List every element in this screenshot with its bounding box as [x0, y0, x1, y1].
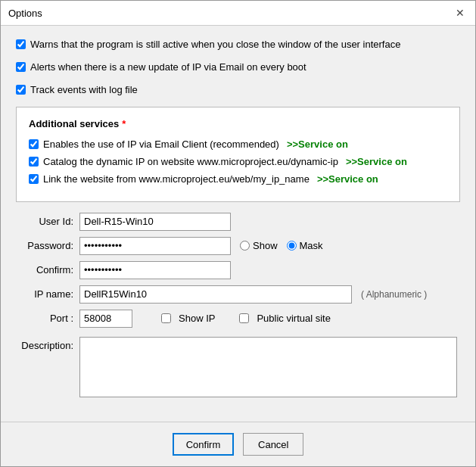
- ip-name-label: IP name:: [19, 288, 73, 300]
- description-label: Description:: [19, 337, 73, 351]
- service2-status: >>Service on: [346, 156, 407, 167]
- show-ip-group: Show IP: [161, 313, 215, 324]
- service2-checkbox[interactable]: [29, 157, 39, 167]
- additional-services-label: Additional services: [29, 118, 119, 129]
- ip-name-input[interactable]: [79, 285, 352, 304]
- ip-name-hint: ( Alphanumeric ): [361, 289, 427, 300]
- service3-label: Link the website from www.microproject.e…: [43, 173, 310, 185]
- cancel-button[interactable]: Cancel: [243, 433, 303, 456]
- warn-active-row: Warns that the program is still active w…: [16, 38, 460, 51]
- additional-services-box: Additional services * Enables the use of…: [16, 107, 460, 202]
- alert-update-row: Alerts when there is a new update of IP …: [16, 61, 460, 74]
- close-button[interactable]: ✕: [453, 5, 468, 20]
- required-star: *: [122, 118, 126, 129]
- service1-checkbox[interactable]: [29, 139, 39, 149]
- alert-update-label: Alerts when there is a new update of IP …: [30, 61, 306, 74]
- description-textarea[interactable]: [79, 337, 457, 397]
- show-label: Show: [253, 240, 278, 251]
- show-radio[interactable]: [240, 241, 250, 251]
- user-id-row: User Id:: [19, 213, 457, 231]
- show-radio-label[interactable]: Show: [240, 240, 278, 251]
- service-row-3: Link the website from www.microproject.e…: [29, 173, 447, 185]
- password-label: Password:: [19, 240, 73, 251]
- password-input[interactable]: [79, 237, 231, 255]
- service-row-2: Catalog the dynamic IP on website www.mi…: [29, 156, 447, 167]
- service3-status: >>Service on: [317, 173, 378, 185]
- warn-active-label: Warns that the program is still active w…: [30, 38, 400, 51]
- port-label: Port :: [19, 313, 73, 324]
- service3-checkbox[interactable]: [29, 174, 39, 184]
- track-events-label: Track events with log file: [30, 83, 138, 97]
- service1-status: >>Service on: [287, 139, 348, 150]
- mask-radio[interactable]: [287, 241, 297, 251]
- service2-label: Catalog the dynamic IP on website www.mi…: [43, 156, 338, 167]
- button-bar: Confirm Cancel: [1, 422, 475, 466]
- window-title: Options: [8, 8, 42, 19]
- password-radio-group: Show Mask: [240, 240, 323, 251]
- service1-label: Enables the use of IP via Email Client (…: [43, 139, 279, 150]
- public-virtual-site-label: Public virtual site: [257, 313, 331, 324]
- title-bar: Options ✕: [1, 1, 475, 26]
- mask-radio-label[interactable]: Mask: [287, 240, 323, 251]
- public-virtual-site-checkbox[interactable]: [239, 313, 249, 323]
- show-ip-checkbox[interactable]: [161, 313, 171, 323]
- confirm-row: Confirm:: [19, 261, 457, 279]
- additional-services-title: Additional services *: [29, 118, 447, 129]
- ip-name-row: IP name: ( Alphanumeric ): [19, 285, 457, 304]
- confirm-input[interactable]: [79, 261, 231, 279]
- track-events-row: Track events with log file: [16, 83, 460, 97]
- mask-label: Mask: [300, 240, 323, 251]
- port-row: Port : Show IP Public virtual site: [19, 310, 457, 328]
- service-row-1: Enables the use of IP via Email Client (…: [29, 139, 447, 150]
- confirm-label: Confirm:: [19, 264, 73, 276]
- content-area: Warns that the program is still active w…: [1, 26, 475, 422]
- user-id-input[interactable]: [79, 213, 231, 231]
- options-window: Options ✕ Warns that the program is stil…: [0, 0, 476, 467]
- show-ip-label: Show IP: [179, 313, 215, 324]
- password-row: Password: Show Mask: [19, 237, 457, 255]
- track-events-checkbox[interactable]: [16, 85, 26, 95]
- warn-active-checkbox[interactable]: [16, 39, 26, 49]
- form-section: User Id: Password: Show Mask: [16, 213, 460, 397]
- confirm-button[interactable]: Confirm: [173, 433, 235, 456]
- port-input[interactable]: [79, 310, 132, 328]
- description-row: Description:: [19, 337, 457, 397]
- public-virtual-site-group: Public virtual site: [239, 313, 331, 324]
- user-id-label: User Id:: [19, 216, 73, 227]
- alert-update-checkbox[interactable]: [16, 62, 26, 72]
